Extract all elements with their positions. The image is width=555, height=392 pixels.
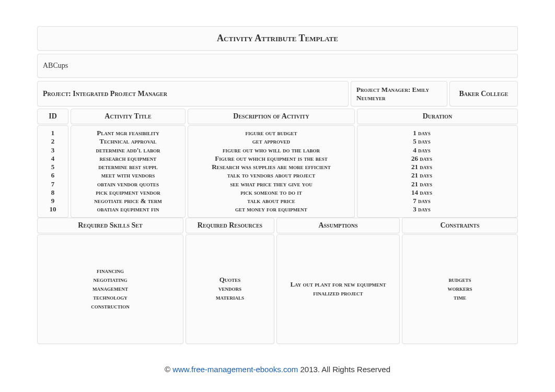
assumptions-box: Lay out plant for new equipmentfinalized…: [276, 234, 400, 344]
info-row: Project: Integrated Project Manager Proj…: [37, 81, 518, 106]
header-duration: Duration: [357, 109, 518, 124]
activity-title: obtain vendor quotes: [71, 180, 185, 188]
activity-id: 10: [38, 205, 68, 213]
activity-id: 9: [38, 197, 68, 205]
assumption-item: Lay out plant for new equipment: [290, 280, 386, 289]
header-resources: Required Resources: [186, 218, 274, 233]
activity-id: 6: [38, 171, 68, 180]
skill-item: negotiating: [94, 276, 128, 284]
activity-duration: 21 days: [357, 180, 517, 188]
activity-duration: 26 days: [357, 155, 517, 163]
college-label: Baker College: [449, 81, 518, 106]
activity-title: negotiate price & term: [71, 197, 185, 205]
header-skills: Required Skills Set: [37, 218, 183, 233]
constraint-item: budgets: [448, 276, 471, 284]
activity-title: research equipment: [71, 155, 185, 163]
activity-duration: 14 days: [357, 188, 517, 197]
resource-item: materials: [216, 293, 244, 302]
activity-desc: figure out budget: [188, 129, 354, 137]
skill-item: financing: [97, 267, 124, 276]
footer-link[interactable]: www.free-management-ebooks.com: [172, 365, 298, 374]
bottom-header: Required Skills Set Required Resources A…: [37, 218, 518, 233]
activity-desc: talk to vendors about project: [188, 171, 354, 180]
activity-id: 1: [38, 129, 68, 137]
activity-desc: talk about price: [188, 197, 354, 205]
activities-header: ID Activity Title Description of Activit…: [37, 109, 518, 124]
skill-item: construction: [91, 302, 130, 311]
activity-id: 3: [38, 146, 68, 155]
header-id: ID: [37, 109, 68, 124]
activity-id: 7: [38, 180, 68, 188]
activity-title: Plant mgr feasibility: [71, 129, 185, 137]
activities-body: 12345678910 Plant mgr feasibilityTechnic…: [37, 125, 518, 218]
resource-item: vendors: [218, 284, 241, 293]
template-container: Activity Attribute Template ABCups Proje…: [37, 26, 518, 344]
activity-title: pick equipment vendor: [71, 188, 185, 197]
activity-title: Technical approval: [71, 137, 185, 146]
activity-duration: 21 days: [357, 163, 517, 171]
activity-desc: see what price they give you: [188, 180, 354, 188]
activity-duration: 3 days: [357, 205, 517, 213]
activity-duration: 5 days: [357, 137, 517, 146]
header-assumptions: Assumptions: [276, 218, 400, 233]
skill-item: management: [92, 284, 128, 293]
activity-desc: get approved: [188, 137, 354, 146]
footer: © www.free-management-ebooks.com 2013. A…: [10, 365, 545, 374]
activities-table: ID Activity Title Description of Activit…: [37, 109, 518, 218]
footer-text: 2013. All Rights Reserved: [300, 365, 390, 374]
resources-box: Quotesvendorsmaterials: [186, 234, 274, 344]
resource-item: Quotes: [219, 276, 241, 284]
activity-id: 5: [38, 163, 68, 171]
header-title: Activity Title: [71, 109, 186, 124]
bottom-section: Required Skills Set Required Resources A…: [37, 218, 518, 344]
header-constraints: Constraints: [402, 218, 518, 233]
activity-id: 2: [38, 137, 68, 146]
activity-title: obatian equpiment fin: [71, 205, 185, 213]
activity-id: 4: [38, 155, 68, 163]
activity-title: determine add'l labor: [71, 146, 185, 155]
bottom-body: financingnegotiatingmanagementtechnology…: [37, 234, 518, 344]
constraints-box: budgetsworkerstime: [402, 234, 518, 344]
activity-desc: Research was supplies are more efficient: [188, 163, 354, 171]
template-title: Activity Attribute Template: [37, 26, 518, 51]
header-desc: Description of Activity: [188, 109, 355, 124]
activity-duration: 7 days: [357, 197, 517, 205]
skill-item: technology: [93, 293, 128, 302]
copyright-symbol: ©: [165, 365, 170, 374]
assumption-item: finalized project: [313, 289, 363, 298]
activity-desc: pick someone to do it: [188, 188, 354, 197]
activity-duration: 1 days: [357, 129, 517, 137]
activity-desc: get money for equipment: [188, 205, 354, 213]
constraint-item: time: [454, 293, 466, 302]
project-label: Project: Integrated Project Manager: [37, 81, 349, 106]
skills-box: financingnegotiatingmanagementtechnology…: [37, 234, 183, 344]
activity-title: meet with vendors: [71, 171, 185, 180]
activity-title: determine best suppl: [71, 163, 185, 171]
activity-id: 8: [38, 188, 68, 197]
manager-label: Project Manager: Emily Neumeyer: [351, 81, 447, 106]
activity-duration: 4 days: [357, 146, 517, 155]
constraint-item: workers: [447, 284, 472, 293]
activity-desc: Figure out which equipment is the best: [188, 155, 354, 163]
activity-desc: figure out who will do the labor: [188, 146, 354, 155]
project-name: ABCups: [37, 54, 518, 78]
activity-duration: 21 days: [357, 171, 517, 180]
